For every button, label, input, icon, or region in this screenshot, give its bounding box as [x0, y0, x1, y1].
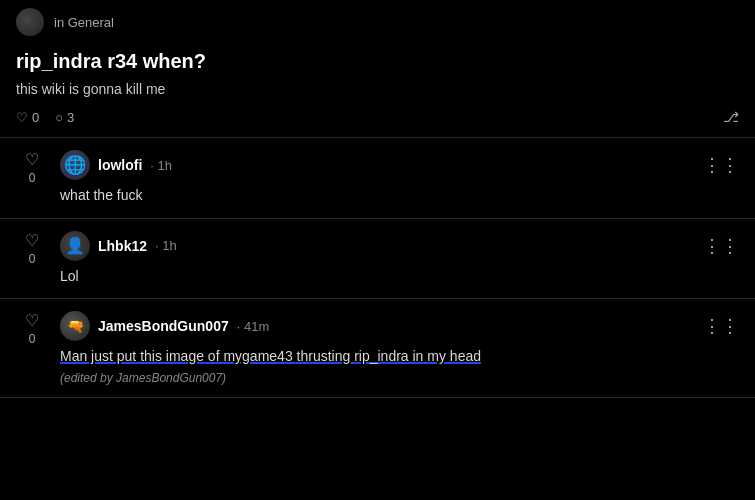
- comment-text: Lol: [60, 267, 739, 287]
- comment-menu-button[interactable]: ⋮: [703, 154, 739, 176]
- commenter-avatar: [60, 150, 90, 180]
- comment-heart-icon[interactable]: ♡: [25, 150, 39, 169]
- comment-content: lowlofi · 1h ⋮ what the fuck: [60, 150, 739, 206]
- post-title: rip_indra r34 when?: [16, 50, 739, 73]
- comment-button[interactable]: ○ 3: [55, 110, 74, 125]
- share-icon: ⎇: [723, 109, 739, 125]
- comment-text: what the fuck: [60, 186, 739, 206]
- heart-icon: ♡: [16, 110, 28, 125]
- comment-heart-icon[interactable]: ♡: [25, 231, 39, 250]
- comments-list: ♡ 0 lowlofi · 1h ⋮ what the fuck ♡ 0 Lhb…: [0, 138, 755, 398]
- comment-menu-button[interactable]: ⋮: [703, 235, 739, 257]
- comment-count: 3: [67, 110, 74, 125]
- commenter-username: Lhbk12: [98, 238, 147, 254]
- comment-content: Lhbk12 · 1h ⋮ Lol: [60, 231, 739, 287]
- commenter-avatar: [60, 311, 90, 341]
- commenter-avatar: [60, 231, 90, 261]
- commenter-username: lowlofi: [98, 157, 142, 173]
- share-button[interactable]: ⎇: [723, 109, 739, 125]
- post-body: this wiki is gonna kill me: [16, 81, 739, 97]
- comment-edited-label: (edited by JamesBondGun007): [60, 371, 739, 385]
- comment-menu-button[interactable]: ⋮: [703, 315, 739, 337]
- comment-like-count: 0: [29, 252, 36, 266]
- comment-like-section: ♡ 0: [16, 231, 48, 287]
- commenter-username: JamesBondGun007: [98, 318, 229, 334]
- comment-header: lowlofi · 1h ⋮: [60, 150, 739, 180]
- post-container: rip_indra r34 when? this wiki is gonna k…: [0, 44, 755, 137]
- comment-like-section: ♡ 0: [16, 311, 48, 385]
- comment-header: JamesBondGun007 · 41m ⋮: [60, 311, 739, 341]
- comment-text: Man just put this image of mygame43 thru…: [60, 347, 739, 367]
- like-count: 0: [32, 110, 39, 125]
- comment-like-count: 0: [29, 332, 36, 346]
- comment-like-count: 0: [29, 171, 36, 185]
- top-channel: in General: [54, 15, 114, 30]
- comment-header: Lhbk12 · 1h ⋮: [60, 231, 739, 261]
- like-button[interactable]: ♡ 0: [16, 110, 39, 125]
- comment-heart-icon[interactable]: ♡: [25, 311, 39, 330]
- comment-row: ♡ 0 lowlofi · 1h ⋮ what the fuck: [0, 138, 755, 219]
- comment-time: · 1h: [155, 238, 177, 253]
- comment-icon: ○: [55, 110, 63, 125]
- comment-time: · 1h: [150, 158, 172, 173]
- post-actions: ♡ 0 ○ 3 ⎇: [16, 109, 739, 125]
- top-bar: in General: [0, 0, 755, 44]
- comment-row: ♡ 0 JamesBondGun007 · 41m ⋮ Man just put…: [0, 299, 755, 398]
- comment-time: · 41m: [237, 319, 270, 334]
- comment-content: JamesBondGun007 · 41m ⋮ Man just put thi…: [60, 311, 739, 385]
- comment-row: ♡ 0 Lhbk12 · 1h ⋮ Lol: [0, 219, 755, 300]
- top-avatar: [16, 8, 44, 36]
- comment-like-section: ♡ 0: [16, 150, 48, 206]
